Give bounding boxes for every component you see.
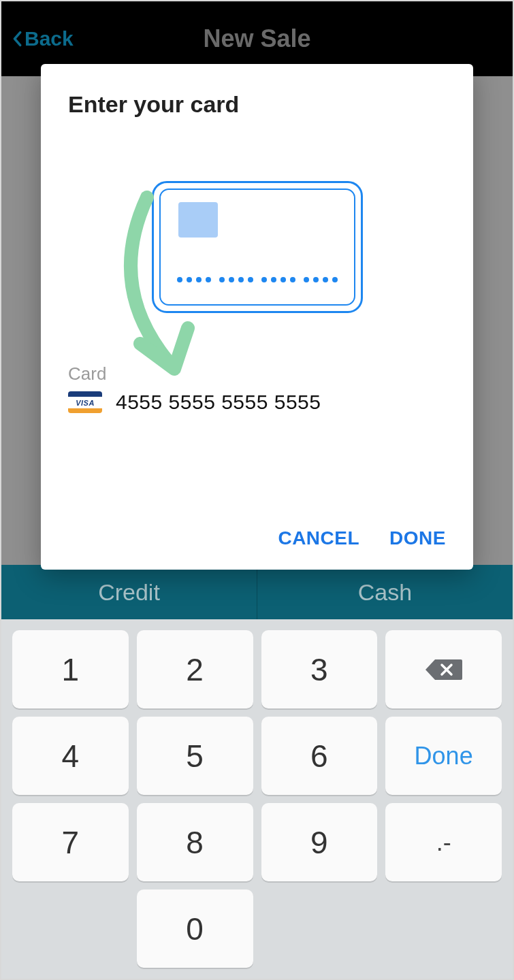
visa-icon: VISA (68, 391, 102, 413)
cancel-button[interactable]: CANCEL (278, 527, 359, 549)
key-empty-right-2 (385, 889, 502, 968)
key-backspace[interactable] (385, 630, 502, 708)
card-chip-icon (178, 202, 218, 238)
modal-title: Enter your card (68, 91, 446, 118)
card-input-row[interactable]: VISA 4555 5555 5555 5555 (68, 391, 446, 414)
numeric-keypad: 1 2 3 4 5 6 Done 7 8 9 .- 0 (1, 619, 513, 979)
key-1[interactable]: 1 (12, 630, 129, 708)
modal-actions: CANCEL DONE (278, 527, 446, 549)
key-7[interactable]: 7 (12, 803, 129, 881)
key-2[interactable]: 2 (137, 630, 253, 708)
key-done[interactable]: Done (385, 717, 502, 795)
backspace-icon (424, 657, 464, 683)
visa-brand-text: VISA (68, 397, 102, 408)
key-4[interactable]: 4 (12, 717, 129, 795)
tab-cash[interactable]: Cash (257, 565, 513, 619)
card-dots-icon (161, 277, 354, 282)
back-label: Back (25, 27, 74, 50)
key-0[interactable]: 0 (137, 889, 253, 968)
key-empty-left (12, 889, 129, 968)
key-6[interactable]: 6 (261, 717, 378, 795)
card-number-input[interactable]: 4555 5555 5555 5555 (116, 391, 321, 414)
key-3[interactable]: 3 (261, 630, 378, 708)
key-symbol[interactable]: .- (385, 803, 502, 881)
tab-credit[interactable]: Credit (1, 565, 257, 619)
card-illustration (152, 181, 363, 313)
done-button[interactable]: DONE (389, 527, 446, 549)
page-title: New Sale (203, 24, 310, 53)
chevron-left-icon (12, 31, 22, 47)
card-entry-modal: Enter your card Card VISA 4555 5555 5555 (41, 64, 473, 570)
card-field-label: Card (68, 363, 106, 385)
back-button[interactable]: Back (12, 27, 74, 50)
payment-tabs: Credit Cash (1, 565, 513, 619)
key-empty-right-1 (261, 889, 378, 968)
key-5[interactable]: 5 (137, 717, 253, 795)
key-9[interactable]: 9 (261, 803, 378, 881)
key-8[interactable]: 8 (137, 803, 253, 881)
